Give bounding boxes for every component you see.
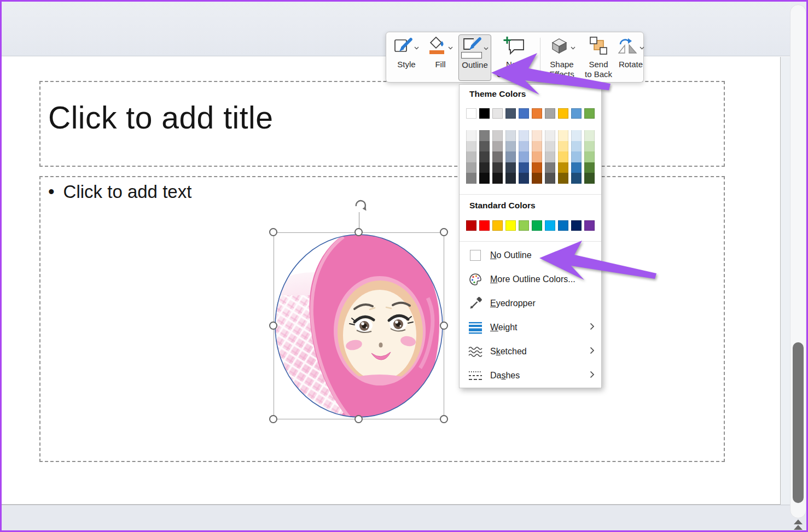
- theme-variant-swatch[interactable]: [492, 151, 503, 162]
- theme-variant-swatch[interactable]: [479, 141, 490, 152]
- theme-variant-swatch[interactable]: [492, 130, 503, 141]
- theme-variant-swatch[interactable]: [519, 141, 529, 152]
- theme-variant-swatch[interactable]: [505, 162, 516, 173]
- vertical-scrollbar-thumb[interactable]: [793, 342, 804, 503]
- menu-item-eyedropper[interactable]: Eyedropper: [460, 291, 601, 315]
- theme-variant-swatch[interactable]: [479, 130, 490, 141]
- theme-variant-swatch[interactable]: [571, 141, 582, 152]
- fill-button[interactable]: Fill: [425, 34, 456, 81]
- theme-variant-swatch[interactable]: [545, 130, 555, 141]
- theme-variant-swatch[interactable]: [584, 130, 595, 141]
- theme-variant-swatch[interactable]: [545, 141, 555, 152]
- menu-item-sketched[interactable]: Sketched: [460, 340, 601, 364]
- standard-color-swatch[interactable]: [466, 220, 476, 231]
- theme-variant-swatch[interactable]: [558, 162, 568, 173]
- previous-slide-button[interactable]: [794, 519, 803, 530]
- theme-color-swatch[interactable]: [545, 108, 555, 119]
- theme-variant-swatch[interactable]: [466, 151, 476, 162]
- menu-item-label: No Outline: [490, 250, 532, 260]
- theme-variant-swatch[interactable]: [492, 162, 503, 173]
- theme-variant-swatch[interactable]: [584, 151, 595, 162]
- no-outline-arrow: [535, 239, 660, 282]
- style-brush-icon: [394, 37, 412, 57]
- menu-item-dashes[interactable]: Dashes: [460, 364, 601, 388]
- chevron-down-icon: [484, 43, 489, 52]
- rotate-button[interactable]: Rotate: [618, 34, 643, 81]
- standard-color-swatch[interactable]: [492, 220, 503, 231]
- theme-variant-swatch[interactable]: [558, 173, 568, 184]
- theme-color-swatch[interactable]: [466, 108, 476, 119]
- theme-variant-swatch[interactable]: [532, 173, 542, 184]
- theme-variant-swatch[interactable]: [571, 173, 582, 184]
- theme-variant-swatch[interactable]: [505, 130, 516, 141]
- outline-button[interactable]: Outline: [458, 34, 491, 81]
- resize-handle-middle-left[interactable]: [269, 321, 277, 330]
- theme-variant-swatch[interactable]: [492, 173, 503, 184]
- theme-variant-swatch[interactable]: [532, 151, 542, 162]
- theme-color-swatch[interactable]: [519, 108, 529, 119]
- menu-item-weight[interactable]: Weight: [460, 315, 601, 340]
- theme-variant-swatch[interactable]: [466, 173, 476, 184]
- theme-variant-swatch[interactable]: [571, 162, 582, 173]
- standard-color-swatch[interactable]: [558, 220, 568, 231]
- theme-variant-swatch[interactable]: [558, 151, 568, 162]
- resize-handle-bottom-center[interactable]: [354, 415, 363, 423]
- theme-variant-swatch[interactable]: [584, 162, 595, 173]
- resize-handle-top-right[interactable]: [440, 228, 448, 236]
- chevron-down-icon: [448, 42, 453, 52]
- theme-variant-swatch[interactable]: [479, 151, 490, 162]
- submenu-chevron-icon: [590, 371, 595, 381]
- theme-variant-swatch[interactable]: [519, 162, 529, 173]
- theme-variant-swatch[interactable]: [505, 141, 516, 152]
- rotate-handle[interactable]: [352, 196, 368, 213]
- theme-variant-swatch[interactable]: [466, 130, 476, 141]
- theme-variant-swatch[interactable]: [479, 162, 490, 173]
- theme-color-swatch[interactable]: [505, 108, 516, 119]
- theme-variant-swatch[interactable]: [479, 173, 490, 184]
- theme-variant-swatch[interactable]: [466, 162, 476, 173]
- theme-color-swatch[interactable]: [492, 108, 503, 119]
- standard-color-swatch[interactable]: [545, 220, 555, 231]
- standard-color-swatch[interactable]: [505, 220, 516, 231]
- standard-color-swatch[interactable]: [532, 220, 542, 231]
- theme-variant-swatch[interactable]: [545, 151, 555, 162]
- theme-variant-swatch[interactable]: [584, 141, 595, 152]
- theme-variant-swatch[interactable]: [519, 173, 529, 184]
- theme-variant-swatch[interactable]: [545, 162, 555, 173]
- theme-variant-swatch[interactable]: [532, 130, 542, 141]
- theme-variant-swatch[interactable]: [505, 151, 516, 162]
- oval-picture[interactable]: [274, 232, 444, 419]
- theme-variant-swatch[interactable]: [519, 151, 529, 162]
- theme-variant-column: [466, 130, 476, 184]
- submenu-chevron-icon: [590, 323, 595, 332]
- theme-variant-swatch[interactable]: [584, 173, 595, 184]
- theme-variant-swatch[interactable]: [532, 141, 542, 152]
- theme-color-swatch[interactable]: [584, 108, 595, 119]
- theme-variant-swatch[interactable]: [466, 141, 476, 152]
- theme-color-swatch[interactable]: [532, 108, 542, 119]
- theme-variant-swatch[interactable]: [558, 130, 568, 141]
- standard-color-swatch[interactable]: [519, 220, 529, 231]
- resize-handle-top-center[interactable]: [354, 228, 363, 236]
- standard-color-swatch[interactable]: [571, 220, 582, 231]
- theme-variant-swatch[interactable]: [571, 151, 582, 162]
- theme-variant-swatch[interactable]: [519, 130, 529, 141]
- resize-handle-top-left[interactable]: [269, 228, 277, 236]
- powerpoint-window: Click to add title •Click to add text: [0, 0, 808, 532]
- style-button[interactable]: Style: [391, 34, 422, 81]
- resize-handle-middle-right[interactable]: [440, 321, 448, 330]
- theme-variant-swatch[interactable]: [532, 162, 542, 173]
- theme-color-swatch[interactable]: [571, 108, 582, 119]
- resize-handle-bottom-left[interactable]: [269, 415, 277, 423]
- theme-color-swatch[interactable]: [558, 108, 568, 119]
- standard-color-swatch[interactable]: [479, 220, 490, 231]
- resize-handle-bottom-right[interactable]: [440, 415, 448, 423]
- title-placeholder[interactable]: Click to add title: [39, 81, 725, 167]
- theme-variant-swatch[interactable]: [558, 141, 568, 152]
- theme-variant-swatch[interactable]: [571, 130, 582, 141]
- standard-color-swatch[interactable]: [584, 220, 595, 231]
- theme-variant-swatch[interactable]: [505, 173, 516, 184]
- theme-variant-swatch[interactable]: [545, 173, 555, 184]
- theme-color-swatch[interactable]: [479, 108, 490, 119]
- theme-variant-swatch[interactable]: [492, 141, 503, 152]
